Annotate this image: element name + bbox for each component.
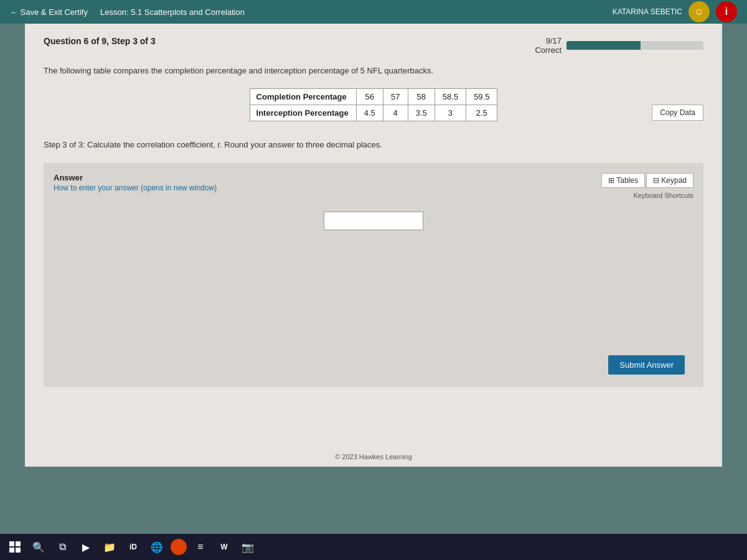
save-exit-button[interactable]: ← Save & Exit Certify: [10, 7, 88, 17]
menu-icon[interactable]: ≡: [190, 537, 210, 557]
header-right-group: 9/17 Correct: [535, 36, 703, 55]
row2-label: Interception Percentage: [250, 105, 356, 121]
lesson-title: Lesson: 5.1 Scatterplots and Correlation: [100, 7, 245, 17]
answer-input-area: [54, 212, 693, 230]
row2-val4: 3: [435, 105, 466, 121]
correct-text: Correct: [535, 45, 561, 55]
keypad-icon: ⊟: [653, 176, 659, 185]
row1-val5: 59.5: [466, 88, 497, 105]
table-icon: ⊞: [608, 176, 614, 185]
row1-val1: 56: [356, 88, 383, 105]
svg-rect-0: [9, 541, 14, 546]
answer-left: Answer How to enter your answer (opens i…: [54, 173, 217, 192]
keypad-button[interactable]: ⊟ Keypad: [646, 173, 693, 188]
description-text: The following table compares the complet…: [44, 65, 703, 77]
row1-val4: 58.5: [435, 88, 466, 105]
answer-tools: ⊞ Tables ⊟ Keypad Keyboard Shortcuts: [601, 173, 693, 199]
top-bar-right: KATARINA SEBETIC ☺ i: [613, 1, 737, 22]
progress-bar-fill: [566, 41, 641, 50]
row2-val3: 3.5: [408, 105, 435, 121]
main-content: Question 6 of 9, Step 3 of 3 9/17 Correc…: [25, 24, 722, 447]
question-header: Question 6 of 9, Step 3 of 3 9/17 Correc…: [44, 36, 703, 55]
row1-label: Completion Percentage: [250, 88, 356, 105]
browser-icon[interactable]: 🌐: [147, 537, 167, 557]
top-bar: ← Save & Exit Certify Lesson: 5.1 Scatte…: [0, 0, 747, 24]
keyboard-shortcuts-link[interactable]: Keyboard Shortcuts: [633, 192, 693, 199]
answer-section: Answer How to enter your answer (opens i…: [44, 163, 703, 240]
play-icon[interactable]: ▶: [76, 537, 96, 557]
table-wrapper: Completion Percentage 56 57 58 58.5 59.5…: [44, 88, 703, 131]
row2-val2: 4: [383, 105, 408, 121]
answer-label: Answer: [54, 173, 217, 182]
table-row-2: Interception Percentage 4.5 4 3.5 3 2.5: [250, 105, 497, 121]
copy-data-button[interactable]: Copy Data: [652, 105, 703, 121]
footer: © 2023 Hawkes Learning: [25, 447, 722, 467]
circle-icon[interactable]: [171, 539, 187, 555]
top-bar-left: ← Save & Exit Certify Lesson: 5.1 Scatte…: [10, 7, 245, 17]
taskbar: 🔍 ⧉ ▶ 📁 iD 🌐 ≡ W 📷: [0, 534, 747, 560]
avatar-red: i: [716, 1, 737, 22]
how-to-link[interactable]: How to enter your answer (opens in new w…: [54, 184, 217, 192]
word-icon[interactable]: W: [214, 537, 234, 557]
submit-answer-button[interactable]: Submit Answer: [608, 355, 685, 375]
avatar-gold: ☺: [688, 1, 710, 22]
svg-rect-3: [16, 548, 21, 553]
keypad-label: Keypad: [661, 176, 687, 185]
content-area: Answer How to enter your answer (opens i…: [44, 163, 703, 387]
windows-button[interactable]: [5, 537, 25, 557]
row1-val2: 57: [383, 88, 408, 105]
step-instruction: Step 3 of 3: Calculate the correlation c…: [44, 139, 703, 151]
tables-label: Tables: [616, 176, 638, 185]
username-label: KATARINA SEBETIC: [613, 7, 682, 16]
row1-val3: 58: [408, 88, 435, 105]
id-icon[interactable]: iD: [123, 537, 143, 557]
tables-button[interactable]: ⊞ Tables: [601, 173, 645, 188]
score-col: 9/17 Correct: [535, 36, 561, 55]
task-view-icon[interactable]: ⧉: [52, 537, 72, 557]
svg-rect-1: [16, 541, 21, 546]
camera-icon[interactable]: 📷: [238, 537, 258, 557]
score-text: 9/17: [546, 36, 561, 45]
answer-input[interactable]: [324, 212, 423, 230]
row2-val5: 2.5: [466, 105, 497, 121]
progress-bar-container: [566, 41, 703, 50]
tools-row: ⊞ Tables ⊟ Keypad: [601, 173, 693, 188]
row2-val1: 4.5: [356, 105, 383, 121]
search-taskbar-icon[interactable]: 🔍: [29, 537, 49, 557]
question-label: Question 6 of 9, Step 3 of 3: [44, 36, 156, 46]
answer-header-row: Answer How to enter your answer (opens i…: [54, 173, 693, 199]
data-table: Completion Percentage 56 57 58 58.5 59.5…: [250, 88, 498, 121]
folder-icon[interactable]: 📁: [100, 537, 120, 557]
table-row-1: Completion Percentage 56 57 58 58.5 59.5: [250, 88, 497, 105]
svg-rect-2: [9, 548, 14, 553]
